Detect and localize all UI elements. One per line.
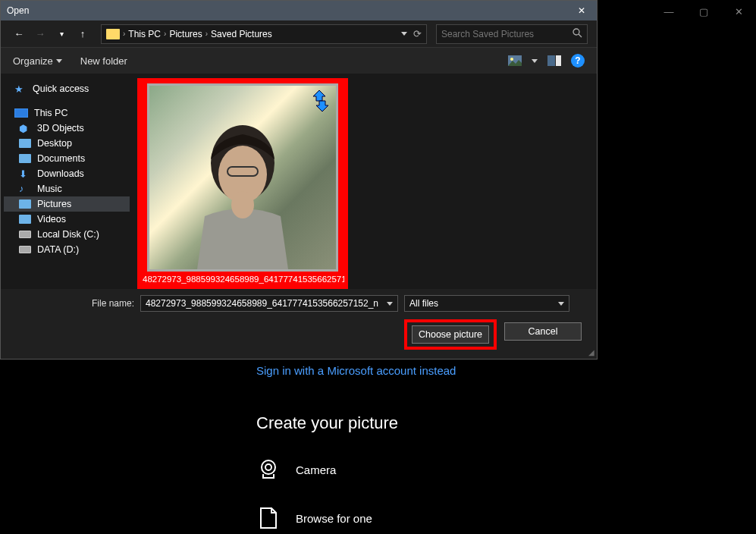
drive-icon	[19, 231, 31, 238]
svg-point-0	[262, 460, 275, 474]
thumbnail-filename: 48272973_988599324658989_641777415356625…	[141, 272, 344, 284]
up-button[interactable]: ↑	[74, 25, 92, 43]
breadcrumb[interactable]: › This PC › Pictures › Saved Pictures ⟳	[101, 24, 427, 44]
help-button[interactable]: ?	[571, 54, 585, 68]
sidebar-item-label: 3D Objects	[37, 123, 84, 134]
sidebar-item-data-d[interactable]: DATA (D:)	[4, 242, 130, 257]
sidebar-item-desktop[interactable]: Desktop	[4, 136, 130, 151]
dialog-close-button[interactable]: ✕	[572, 2, 591, 20]
sidebar-item-local-disk[interactable]: Local Disk (C:)	[4, 227, 130, 242]
resize-grip[interactable]: ◢	[588, 348, 594, 357]
search-input[interactable]	[441, 29, 563, 39]
svg-line-3	[579, 34, 582, 37]
selected-thumbnail[interactable]: 48272973_988599324658989_641777415356625…	[137, 78, 348, 289]
file-open-dialog: Open ✕ ← → ▾ ↑ › This PC › Pictures › Sa…	[0, 0, 598, 360]
choose-picture-button[interactable]: Choose picture	[412, 325, 489, 344]
sidebar-item-this-pc[interactable]: This PC	[4, 105, 130, 121]
svg-point-12	[231, 191, 254, 218]
filter-label: All files	[409, 298, 438, 309]
camera-label: Camera	[296, 463, 336, 476]
filetype-filter[interactable]: All files	[404, 295, 569, 312]
browse-label: Browse for one	[296, 512, 372, 525]
search-box[interactable]	[436, 24, 588, 44]
close-button[interactable]: ✕	[721, 0, 756, 23]
minimize-button[interactable]: —	[651, 0, 686, 23]
choose-highlight: Choose picture	[404, 319, 497, 350]
sidebar-item-label: Downloads	[37, 168, 84, 179]
svg-marker-14	[316, 101, 328, 112]
back-button[interactable]: ←	[10, 25, 28, 43]
parent-window: — ▢ ✕ Sign in with a Microsoft account i…	[0, 0, 756, 534]
sidebar-item-label: Documents	[37, 153, 85, 164]
sidebar-item-music[interactable]: ♪ Music	[4, 181, 130, 196]
dialog-title: Open	[7, 5, 29, 16]
new-folder-button[interactable]: New folder	[80, 55, 127, 67]
camera-icon	[256, 457, 281, 482]
refresh-button[interactable]: ⟳	[413, 28, 422, 39]
file-list-area[interactable]: 48272973_988599324658989_641777415356625…	[133, 74, 597, 289]
svg-marker-13	[313, 90, 325, 101]
create-picture-heading: Create your picture	[256, 413, 743, 433]
breadcrumb-saved-pictures[interactable]: Saved Pictures	[211, 29, 272, 39]
filename-input[interactable]	[146, 298, 381, 309]
sidebar-item-3d-objects[interactable]: ⬢ 3D Objects	[4, 121, 130, 136]
dialog-footer: File name: All files Choose picture Canc…	[1, 289, 597, 359]
maximize-button[interactable]: ▢	[686, 0, 721, 23]
sidebar-item-videos[interactable]: Videos	[4, 212, 130, 227]
browse-option[interactable]: Browse for one	[256, 506, 743, 530]
folder-icon	[19, 139, 31, 148]
sign-in-link[interactable]: Sign in with a Microsoft account instead	[256, 364, 743, 377]
chevron-down-icon[interactable]	[387, 302, 393, 306]
sidebar-item-label: Local Disk (C:)	[37, 229, 99, 240]
sidebar-item-label: Desktop	[37, 138, 72, 149]
sidebar-item-label: DATA (D:)	[37, 244, 79, 255]
breadcrumb-sep: ›	[123, 30, 125, 38]
sidebar[interactable]: ★ Quick access This PC ⬢ 3D Objects Desk…	[1, 74, 133, 289]
preview-pane-icon[interactable]	[547, 53, 562, 68]
dialog-body: ★ Quick access This PC ⬢ 3D Objects Desk…	[1, 74, 597, 289]
sidebar-item-downloads[interactable]: ⬇ Downloads	[4, 166, 130, 181]
breadcrumb-root[interactable]: This PC	[128, 29, 161, 39]
music-icon: ♪	[19, 184, 31, 194]
filename-label: File name:	[13, 298, 134, 309]
svg-point-5	[510, 58, 513, 61]
chevron-down-icon	[558, 302, 564, 306]
organize-button[interactable]: Organize	[13, 55, 62, 67]
svg-rect-8	[556, 55, 561, 66]
sidebar-item-label: Videos	[37, 214, 66, 225]
cube-icon: ⬢	[19, 123, 31, 134]
browse-icon	[256, 506, 281, 530]
thumbnail-image	[147, 83, 338, 272]
sidebar-item-label: Pictures	[37, 199, 71, 209]
dialog-navbar: ← → ▾ ↑ › This PC › Pictures › Saved Pic…	[1, 20, 597, 48]
star-icon: ★	[14, 83, 27, 94]
cancel-button[interactable]: Cancel	[504, 322, 582, 341]
recent-locations-button[interactable]: ▾	[52, 25, 71, 43]
sidebar-item-label: This PC	[34, 108, 67, 118]
breadcrumb-sep: ›	[164, 30, 166, 38]
folder-icon	[19, 199, 31, 209]
chevron-down-icon[interactable]	[532, 59, 538, 63]
forward-button[interactable]: →	[31, 25, 49, 43]
dialog-titlebar[interactable]: Open ✕	[1, 1, 597, 20]
folder-icon	[19, 215, 31, 224]
breadcrumb-sep: ›	[205, 30, 208, 38]
pc-icon	[14, 108, 28, 118]
svg-point-2	[573, 29, 579, 35]
svg-point-1	[265, 464, 271, 470]
breadcrumb-pictures[interactable]: Pictures	[169, 29, 202, 39]
drive-icon	[19, 246, 31, 253]
folder-icon	[106, 29, 120, 39]
camera-option[interactable]: Camera	[256, 457, 743, 482]
filename-field[interactable]	[140, 295, 398, 312]
sidebar-item-documents[interactable]: Documents	[4, 151, 130, 166]
sidebar-item-label: Quick access	[33, 83, 89, 94]
cursor-overlay-icon	[309, 89, 333, 113]
download-icon: ⬇	[19, 168, 31, 179]
search-icon	[572, 28, 582, 40]
chevron-down-icon[interactable]	[401, 32, 407, 36]
view-thumb-icon[interactable]	[507, 53, 522, 68]
sidebar-item-pictures[interactable]: Pictures	[4, 196, 130, 212]
sidebar-item-quick-access[interactable]: ★ Quick access	[4, 81, 130, 96]
person-photo	[182, 118, 303, 269]
